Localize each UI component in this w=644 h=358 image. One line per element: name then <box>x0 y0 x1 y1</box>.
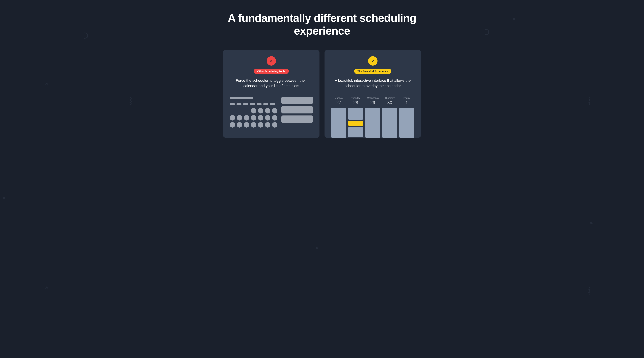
day-header: Thursday 30 <box>382 97 397 105</box>
decoration-square <box>590 222 592 224</box>
illustration-savvycal-calendar: Monday 27 Tuesday 28 Wednesday 29 Thursd… <box>331 97 414 138</box>
day-header: Monday 27 <box>331 97 346 105</box>
badge-other-tools: Other Scheduling Tools <box>254 69 289 74</box>
decoration-triangle <box>45 82 48 85</box>
decoration-squiggle <box>129 97 134 105</box>
decoration-squiggle <box>588 286 592 295</box>
badge-savvycal: The SavvyCal Experience <box>354 69 392 74</box>
illustration-other-tools <box>230 97 313 128</box>
desc-other-tools: Force the scheduler to toggle between th… <box>233 78 310 89</box>
selected-slot <box>348 121 363 126</box>
calendar-column <box>331 108 346 138</box>
card-other-tools: Other Scheduling Tools Force the schedul… <box>223 50 320 138</box>
calendar-column <box>382 108 397 138</box>
calendar-column <box>399 108 414 138</box>
svg-rect-4 <box>513 18 515 20</box>
svg-rect-3 <box>3 197 5 199</box>
decoration-square <box>513 18 515 20</box>
x-icon <box>267 56 276 66</box>
svg-rect-6 <box>590 222 592 224</box>
decoration-squiggle <box>588 97 592 105</box>
calendar-column-tuesday <box>348 108 363 138</box>
decoration-d-shape <box>84 32 88 39</box>
day-header: Wednesday 29 <box>365 97 380 105</box>
decoration-triangle <box>45 286 48 289</box>
day-header: Tuesday 28 <box>348 97 363 105</box>
check-icon <box>368 56 378 66</box>
decoration-square <box>3 197 6 199</box>
page-heading: A fundamentally different scheduling exp… <box>223 12 421 37</box>
svg-rect-5 <box>316 247 318 249</box>
card-savvycal: The SavvyCal Experience A beautiful, int… <box>324 50 421 138</box>
day-header: Friday 1 <box>399 97 414 105</box>
calendar-column <box>365 108 380 138</box>
decoration-square <box>316 247 318 249</box>
desc-savvycal: A beautiful, interactive interface that … <box>334 78 412 89</box>
decoration-d-shape <box>485 29 489 36</box>
